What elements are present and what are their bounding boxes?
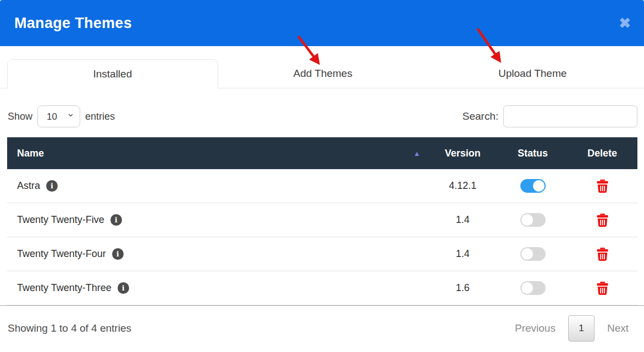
- toggle-knob: [521, 248, 533, 260]
- close-icon[interactable]: ✖: [619, 16, 631, 30]
- theme-name: Astra: [17, 180, 40, 192]
- search-label: Search:: [463, 110, 498, 122]
- entries-summary: Showing 1 to 4 of 4 entries: [8, 322, 131, 334]
- tab-bar: Installed Add Themes Upload Theme: [0, 59, 644, 88]
- table-row: Twenty Twenty-Four i 1.4: [7, 237, 637, 271]
- theme-name: Twenty Twenty-Five: [17, 214, 104, 226]
- tab-upload-theme-label: Upload Theme: [498, 68, 567, 80]
- theme-version: 1.4: [427, 248, 498, 260]
- table-header-row: Name ▲ Version Status Delete: [7, 137, 637, 169]
- column-header-delete[interactable]: Delete: [567, 148, 637, 159]
- modal-title: Manage Themes: [14, 15, 132, 32]
- column-header-status[interactable]: Status: [498, 148, 567, 159]
- trash-icon: [597, 282, 608, 295]
- status-toggle[interactable]: [520, 179, 546, 193]
- table-row: Twenty Twenty-Three i 1.6: [7, 271, 637, 305]
- trash-icon: [597, 214, 608, 227]
- delete-button[interactable]: [597, 248, 608, 261]
- delete-button[interactable]: [597, 282, 608, 295]
- trash-icon: [597, 180, 608, 193]
- themes-table: Name ▲ Version Status Delete Astra i 4.1…: [7, 137, 637, 305]
- info-icon[interactable]: i: [110, 214, 122, 226]
- page-length-control: Show 10 entries: [8, 105, 115, 127]
- search-input[interactable]: [503, 105, 637, 127]
- column-header-name[interactable]: Name ▲: [7, 148, 427, 159]
- column-header-version[interactable]: Version: [427, 148, 498, 159]
- delete-button[interactable]: [597, 180, 608, 193]
- page-length-select[interactable]: 10: [37, 105, 80, 127]
- modal-header: Manage Themes ✖: [0, 0, 644, 46]
- info-icon[interactable]: i: [46, 180, 58, 192]
- info-icon[interactable]: i: [118, 282, 129, 294]
- table-row: Twenty Twenty-Five i 1.4: [7, 203, 637, 237]
- status-toggle[interactable]: [520, 213, 546, 227]
- theme-version: 4.12.1: [427, 180, 498, 192]
- entries-label: entries: [85, 111, 115, 122]
- tab-upload-theme[interactable]: Upload Theme: [428, 59, 637, 88]
- tab-installed-label: Installed: [93, 68, 132, 80]
- manage-themes-modal: Manage Themes ✖ Installed Add Themes Upl…: [0, 0, 644, 352]
- tab-installed[interactable]: Installed: [7, 59, 218, 88]
- sort-ascending-icon[interactable]: ▲: [413, 149, 420, 158]
- next-page-button[interactable]: Next: [607, 322, 629, 334]
- delete-button[interactable]: [597, 214, 608, 227]
- trash-icon: [597, 248, 608, 261]
- toggle-knob: [533, 180, 545, 192]
- status-toggle[interactable]: [520, 247, 546, 261]
- theme-name: Twenty Twenty-Four: [17, 248, 106, 260]
- status-toggle[interactable]: [520, 281, 546, 295]
- current-page-button[interactable]: 1: [568, 315, 595, 342]
- pagination: Previous 1 Next: [515, 315, 629, 342]
- show-label: Show: [8, 111, 32, 122]
- toggle-knob: [521, 282, 533, 294]
- tab-add-themes[interactable]: Add Themes: [218, 59, 428, 88]
- previous-page-button[interactable]: Previous: [515, 322, 556, 334]
- table-row: Astra i 4.12.1: [7, 169, 637, 203]
- theme-version: 1.6: [427, 282, 498, 294]
- info-icon[interactable]: i: [112, 248, 124, 260]
- tab-add-themes-label: Add Themes: [293, 68, 352, 80]
- toggle-knob: [521, 214, 533, 226]
- table-controls: Show 10 entries Search:: [8, 105, 637, 127]
- page-length-select-wrap: 10: [37, 105, 80, 127]
- theme-version: 1.4: [427, 214, 498, 226]
- theme-name: Twenty Twenty-Three: [17, 282, 112, 294]
- table-footer: Showing 1 to 4 of 4 entries Previous 1 N…: [0, 305, 644, 351]
- search-control: Search:: [463, 105, 637, 127]
